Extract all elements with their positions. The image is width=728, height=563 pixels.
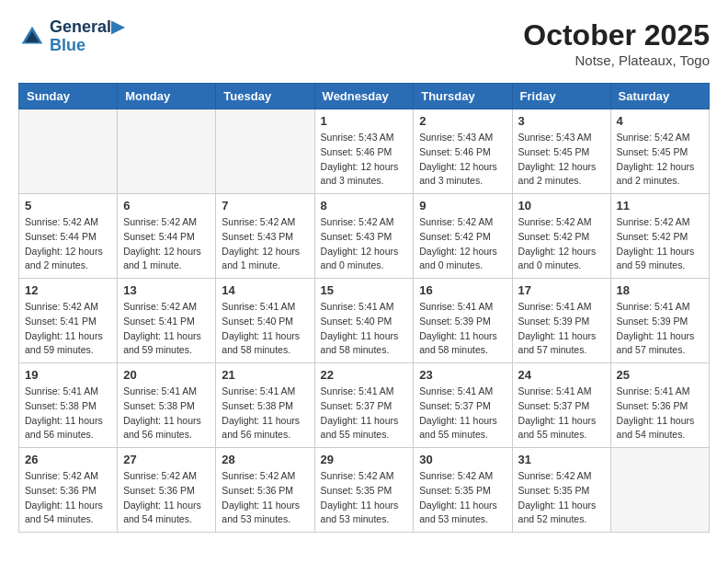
day-number: 18 — [617, 283, 703, 297]
day-number: 4 — [617, 114, 703, 128]
day-number: 9 — [419, 199, 506, 213]
week-row-3: 12Sunrise: 5:42 AM Sunset: 5:41 PM Dayli… — [19, 279, 710, 363]
day-cell: 1Sunrise: 5:43 AM Sunset: 5:46 PM Daylig… — [314, 109, 414, 194]
day-cell: 26Sunrise: 5:42 AM Sunset: 5:36 PM Dayli… — [19, 448, 118, 533]
day-info: Sunrise: 5:41 AM Sunset: 5:38 PM Dayligh… — [222, 385, 308, 442]
day-number: 10 — [518, 199, 605, 213]
day-cell — [216, 109, 314, 194]
day-number: 2 — [419, 114, 506, 128]
day-info: Sunrise: 5:42 AM Sunset: 5:43 PM Dayligh… — [321, 215, 408, 273]
day-number: 1 — [321, 114, 408, 128]
day-info: Sunrise: 5:42 AM Sunset: 5:36 PM Dayligh… — [222, 469, 308, 527]
col-header-thursday: Thursday — [414, 84, 512, 109]
day-cell: 5Sunrise: 5:42 AM Sunset: 5:44 PM Daylig… — [19, 194, 118, 279]
day-info: Sunrise: 5:42 AM Sunset: 5:35 PM Dayligh… — [419, 469, 506, 527]
day-number: 17 — [518, 283, 605, 297]
calendar-title: October 2025 — [523, 18, 710, 52]
day-number: 6 — [123, 199, 210, 213]
day-number: 14 — [222, 283, 308, 297]
day-number: 21 — [222, 368, 308, 382]
day-info: Sunrise: 5:42 AM Sunset: 5:35 PM Dayligh… — [518, 469, 605, 527]
day-cell: 3Sunrise: 5:43 AM Sunset: 5:45 PM Daylig… — [512, 109, 610, 194]
day-info: Sunrise: 5:43 AM Sunset: 5:45 PM Dayligh… — [518, 131, 605, 189]
day-info: Sunrise: 5:43 AM Sunset: 5:46 PM Dayligh… — [419, 131, 506, 189]
day-cell: 27Sunrise: 5:42 AM Sunset: 5:36 PM Dayli… — [118, 448, 216, 533]
day-number: 23 — [419, 368, 506, 382]
title-block: October 2025 Notse, Plateaux, Togo — [523, 18, 710, 68]
day-info: Sunrise: 5:41 AM Sunset: 5:38 PM Dayligh… — [25, 385, 111, 442]
day-info: Sunrise: 5:42 AM Sunset: 5:41 PM Dayligh… — [123, 300, 210, 358]
day-cell: 17Sunrise: 5:41 AM Sunset: 5:39 PM Dayli… — [512, 279, 610, 363]
day-info: Sunrise: 5:42 AM Sunset: 5:36 PM Dayligh… — [123, 469, 210, 527]
day-number: 7 — [222, 199, 308, 213]
day-info: Sunrise: 5:43 AM Sunset: 5:46 PM Dayligh… — [321, 131, 408, 189]
day-cell: 12Sunrise: 5:42 AM Sunset: 5:41 PM Dayli… — [19, 279, 118, 363]
day-number: 3 — [518, 114, 605, 128]
calendar-subtitle: Notse, Plateaux, Togo — [523, 52, 710, 68]
day-number: 25 — [617, 368, 703, 382]
day-cell — [610, 448, 709, 533]
day-number: 15 — [321, 283, 408, 297]
day-info: Sunrise: 5:42 AM Sunset: 5:43 PM Dayligh… — [222, 215, 308, 273]
day-number: 12 — [25, 283, 111, 297]
day-info: Sunrise: 5:42 AM Sunset: 5:35 PM Dayligh… — [321, 469, 408, 527]
day-cell: 23Sunrise: 5:41 AM Sunset: 5:37 PM Dayli… — [414, 363, 512, 448]
day-cell: 8Sunrise: 5:42 AM Sunset: 5:43 PM Daylig… — [314, 194, 414, 279]
day-info: Sunrise: 5:41 AM Sunset: 5:40 PM Dayligh… — [321, 300, 408, 358]
day-info: Sunrise: 5:42 AM Sunset: 5:44 PM Dayligh… — [25, 215, 111, 273]
day-number: 26 — [25, 453, 111, 466]
day-cell: 24Sunrise: 5:41 AM Sunset: 5:37 PM Dayli… — [512, 363, 610, 448]
day-number: 11 — [617, 199, 703, 213]
logo-text: General▶ Blue — [50, 18, 124, 55]
day-cell: 13Sunrise: 5:42 AM Sunset: 5:41 PM Dayli… — [118, 279, 216, 363]
day-number: 29 — [321, 453, 408, 466]
day-cell: 25Sunrise: 5:41 AM Sunset: 5:36 PM Dayli… — [610, 363, 709, 448]
day-cell: 10Sunrise: 5:42 AM Sunset: 5:42 PM Dayli… — [512, 194, 610, 279]
day-cell: 11Sunrise: 5:42 AM Sunset: 5:42 PM Dayli… — [610, 194, 709, 279]
day-number: 30 — [419, 453, 506, 466]
day-info: Sunrise: 5:41 AM Sunset: 5:37 PM Dayligh… — [321, 385, 408, 442]
day-info: Sunrise: 5:41 AM Sunset: 5:38 PM Dayligh… — [123, 385, 210, 442]
day-info: Sunrise: 5:41 AM Sunset: 5:36 PM Dayligh… — [617, 385, 703, 442]
day-info: Sunrise: 5:42 AM Sunset: 5:36 PM Dayligh… — [25, 469, 111, 527]
day-cell: 16Sunrise: 5:41 AM Sunset: 5:39 PM Dayli… — [414, 279, 512, 363]
logo: General▶ Blue — [18, 18, 124, 55]
day-info: Sunrise: 5:42 AM Sunset: 5:45 PM Dayligh… — [617, 131, 703, 189]
day-cell: 6Sunrise: 5:42 AM Sunset: 5:44 PM Daylig… — [118, 194, 216, 279]
day-info: Sunrise: 5:42 AM Sunset: 5:42 PM Dayligh… — [419, 215, 506, 273]
day-info: Sunrise: 5:41 AM Sunset: 5:40 PM Dayligh… — [222, 300, 308, 358]
day-number: 28 — [222, 453, 308, 466]
col-header-wednesday: Wednesday — [314, 84, 414, 109]
col-header-saturday: Saturday — [610, 84, 709, 109]
day-info: Sunrise: 5:41 AM Sunset: 5:37 PM Dayligh… — [419, 385, 506, 442]
col-header-monday: Monday — [118, 84, 216, 109]
day-number: 24 — [518, 368, 605, 382]
day-info: Sunrise: 5:41 AM Sunset: 5:37 PM Dayligh… — [518, 385, 605, 442]
day-cell: 28Sunrise: 5:42 AM Sunset: 5:36 PM Dayli… — [216, 448, 314, 533]
day-cell: 30Sunrise: 5:42 AM Sunset: 5:35 PM Dayli… — [414, 448, 512, 533]
day-cell: 7Sunrise: 5:42 AM Sunset: 5:43 PM Daylig… — [216, 194, 314, 279]
calendar-header-row: SundayMondayTuesdayWednesdayThursdayFrid… — [19, 84, 710, 109]
week-row-4: 19Sunrise: 5:41 AM Sunset: 5:38 PM Dayli… — [19, 363, 710, 448]
day-info: Sunrise: 5:42 AM Sunset: 5:44 PM Dayligh… — [123, 215, 210, 273]
day-cell: 14Sunrise: 5:41 AM Sunset: 5:40 PM Dayli… — [216, 279, 314, 363]
calendar-table: SundayMondayTuesdayWednesdayThursdayFrid… — [18, 83, 710, 533]
day-number: 27 — [123, 453, 210, 466]
page-header: General▶ Blue October 2025 Notse, Platea… — [18, 18, 710, 68]
day-cell: 31Sunrise: 5:42 AM Sunset: 5:35 PM Dayli… — [512, 448, 610, 533]
week-row-2: 5Sunrise: 5:42 AM Sunset: 5:44 PM Daylig… — [19, 194, 710, 279]
day-cell — [118, 109, 216, 194]
day-number: 5 — [25, 199, 111, 213]
day-info: Sunrise: 5:42 AM Sunset: 5:42 PM Dayligh… — [518, 215, 605, 273]
day-number: 31 — [518, 453, 605, 466]
day-info: Sunrise: 5:41 AM Sunset: 5:39 PM Dayligh… — [518, 300, 605, 358]
day-cell: 15Sunrise: 5:41 AM Sunset: 5:40 PM Dayli… — [314, 279, 414, 363]
day-number: 20 — [123, 368, 210, 382]
day-cell — [19, 109, 118, 194]
week-row-5: 26Sunrise: 5:42 AM Sunset: 5:36 PM Dayli… — [19, 448, 710, 533]
day-number: 16 — [419, 283, 506, 297]
col-header-sunday: Sunday — [19, 84, 118, 109]
day-cell: 21Sunrise: 5:41 AM Sunset: 5:38 PM Dayli… — [216, 363, 314, 448]
day-info: Sunrise: 5:41 AM Sunset: 5:39 PM Dayligh… — [617, 300, 703, 358]
col-header-tuesday: Tuesday — [216, 84, 314, 109]
